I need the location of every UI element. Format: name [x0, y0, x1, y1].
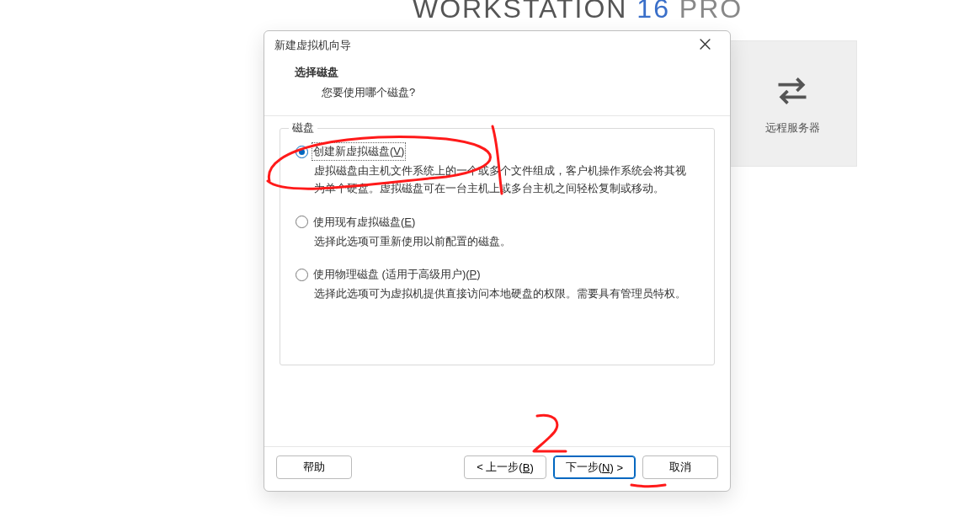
- radio-label: 使用物理磁盘 (适用于高级用户)(P): [313, 267, 481, 282]
- logo-edition: PRO: [679, 0, 743, 24]
- remote-server-tile[interactable]: 远程服务器: [727, 40, 857, 167]
- new-vm-wizard-dialog: 新建虚拟机向导 选择磁盘 您要使用哪个磁盘? 磁盘 创建新虚拟磁盘(V) 虚拟磁…: [264, 30, 731, 492]
- radio-indicator: [296, 269, 308, 281]
- radio-indicator: [296, 146, 308, 158]
- wizard-heading: 选择磁盘: [295, 65, 713, 80]
- tile-label: 远程服务器: [765, 120, 820, 136]
- radio-label: 使用现有虚拟磁盘(E): [313, 215, 415, 230]
- cancel-button[interactable]: 取消: [642, 455, 718, 479]
- logo-version: 16: [636, 0, 670, 24]
- close-icon: [700, 39, 711, 52]
- help-button[interactable]: 帮助: [276, 455, 352, 479]
- radio-description: 虚拟磁盘由主机文件系统上的一个或多个文件组成，客户机操作系统会将其视为单个硬盘。…: [296, 162, 699, 198]
- dialog-title: 新建虚拟机向导: [274, 38, 351, 53]
- radio-label: 创建新虚拟磁盘(V): [313, 144, 404, 159]
- logo-text: WORKSTATION: [413, 0, 627, 24]
- close-button[interactable]: [688, 34, 722, 57]
- wizard-footer: 帮助 < 上一步(B) 下一步(N) > 取消: [264, 446, 730, 491]
- radio-use-existing-disk[interactable]: 使用现有虚拟磁盘(E) 选择此选项可重新使用以前配置的磁盘。: [296, 215, 699, 251]
- disk-group-legend: 磁盘: [289, 120, 317, 136]
- radio-create-new-disk[interactable]: 创建新虚拟磁盘(V) 虚拟磁盘由主机文件系统上的一个或多个文件组成，客户机操作系…: [296, 144, 699, 198]
- swap-arrows-icon: [774, 72, 811, 112]
- disk-group: 磁盘 创建新虚拟磁盘(V) 虚拟磁盘由主机文件系统上的一个或多个文件组成，客户机…: [280, 128, 715, 365]
- wizard-header: 选择磁盘 您要使用哪个磁盘?: [264, 60, 730, 116]
- radio-description: 选择此选项可为虚拟机提供直接访问本地硬盘的权限。需要具有管理员特权。: [296, 285, 699, 303]
- app-logo: WORKSTATION 16 PRO: [413, 0, 743, 24]
- next-button[interactable]: 下一步(N) >: [553, 455, 636, 479]
- radio-description: 选择此选项可重新使用以前配置的磁盘。: [296, 233, 699, 251]
- radio-use-physical-disk[interactable]: 使用物理磁盘 (适用于高级用户)(P) 选择此选项可为虚拟机提供直接访问本地硬盘…: [296, 267, 699, 303]
- radio-indicator: [296, 216, 308, 228]
- wizard-subheading: 您要使用哪个磁盘?: [295, 85, 713, 100]
- back-button[interactable]: < 上一步(B): [464, 455, 546, 479]
- wizard-body: 磁盘 创建新虚拟磁盘(V) 虚拟磁盘由主机文件系统上的一个或多个文件组成，客户机…: [264, 116, 730, 446]
- dialog-titlebar: 新建虚拟机向导: [264, 31, 730, 60]
